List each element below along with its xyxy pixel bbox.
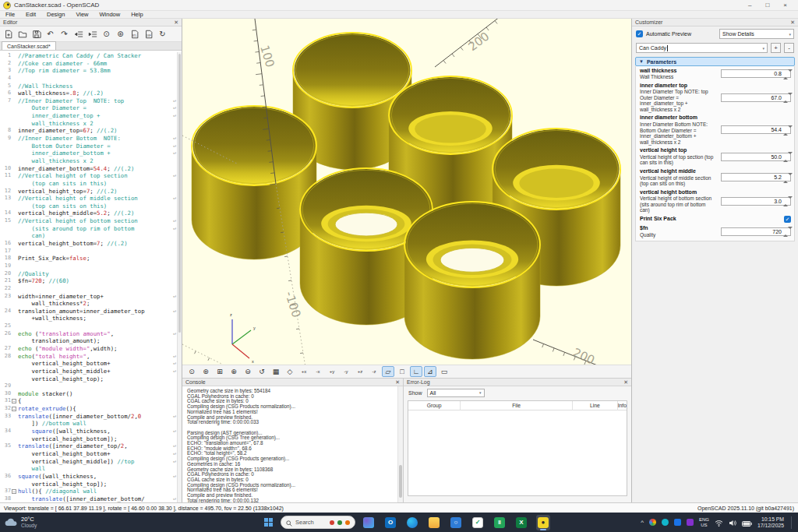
tray-expand-chevron-icon[interactable]: ^: [641, 519, 644, 526]
tray-app-icon[interactable]: [674, 519, 681, 526]
spinner-arrows-icon[interactable]: [783, 174, 789, 182]
customizer-close-icon[interactable]: ✕: [790, 19, 795, 26]
error-log-close-icon[interactable]: ✕: [623, 379, 628, 386]
parameters-group-header[interactable]: ▼ Parameters: [635, 57, 795, 66]
spinner-arrows-icon[interactable]: [783, 71, 789, 79]
fold-marker-icon[interactable]: −: [12, 489, 16, 494]
orthographic-button[interactable]: □: [396, 366, 408, 377]
editor-scrollbar[interactable]: [177, 52, 182, 502]
show-desktop-button[interactable]: [791, 516, 792, 529]
parameter-checkbox[interactable]: [784, 216, 791, 223]
battery-icon[interactable]: [742, 516, 752, 530]
start-button[interactable]: [260, 515, 276, 530]
show-axes-button[interactable]: ∟: [410, 366, 422, 377]
preview-button[interactable]: ⊙: [100, 28, 113, 41]
export-dxf-button[interactable]: DXF: [142, 28, 155, 41]
menu-edit[interactable]: Edit: [20, 11, 41, 19]
fold-marker-icon[interactable]: −: [12, 407, 16, 411]
parameter-spinbox[interactable]: 67.0: [721, 93, 791, 102]
show-edges-button[interactable]: ◇: [284, 366, 296, 377]
spinner-arrows-icon[interactable]: [783, 198, 789, 206]
open-file-button[interactable]: [16, 28, 29, 41]
taskbar-app-excel[interactable]: X: [514, 515, 528, 530]
3d-viewport[interactable]: 100200-100200zyx: [182, 19, 631, 365]
weather-widget[interactable]: 20°C Cloudy: [0, 516, 94, 530]
unindent-button[interactable]: [72, 28, 85, 41]
console-output[interactable]: Geometry cache size in bytes: 554184CGAL…: [182, 386, 397, 502]
view-area-button[interactable]: ▭: [438, 366, 450, 377]
preview-button[interactable]: ⊙: [185, 366, 198, 377]
taskbar-app-copilot[interactable]: [362, 515, 376, 530]
fold-marker-icon[interactable]: −: [12, 399, 16, 403]
preset-input[interactable]: Can Caddy ▾: [636, 43, 768, 53]
spinner-arrows-icon[interactable]: [783, 153, 789, 161]
spinner-arrows-icon[interactable]: [783, 94, 789, 102]
zoom-out-button[interactable]: ⊖: [242, 366, 254, 377]
console-scrollbar[interactable]: [397, 386, 403, 502]
show-scale-markers-button[interactable]: ⊿: [424, 366, 436, 377]
volume-icon[interactable]: [729, 516, 736, 530]
parameter-spinbox[interactable]: 0.8: [721, 69, 791, 78]
view-minus-z-button[interactable]: -z: [368, 366, 380, 377]
view-all-button[interactable]: ▦: [270, 366, 282, 377]
view-minus-x-button[interactable]: -x: [312, 366, 324, 377]
save-file-button[interactable]: [30, 28, 43, 41]
parameter-spinbox[interactable]: 50.0: [721, 153, 791, 161]
undo-button[interactable]: ↶: [44, 28, 57, 41]
column-header-file[interactable]: File: [461, 401, 573, 410]
search-box[interactable]: Search: [281, 516, 355, 529]
tab-canstacker[interactable]: CanStacker.scad*: [2, 41, 56, 50]
render-button[interactable]: ⊛: [200, 366, 212, 377]
taskbar-app-openscad[interactable]: ●: [536, 515, 550, 530]
zoom-in-button[interactable]: ⊕: [228, 366, 240, 377]
parameter-spinbox[interactable]: 54.4: [721, 125, 791, 134]
taskbar-app-photos[interactable]: ○: [449, 515, 463, 530]
redo-button[interactable]: ↷: [58, 28, 71, 41]
tray-app-icon[interactable]: [687, 519, 694, 526]
column-header-line[interactable]: Line: [573, 401, 618, 410]
details-dropdown[interactable]: Show Details ▾: [719, 29, 794, 39]
close-button[interactable]: ×: [783, 0, 787, 11]
spinner-arrows-icon[interactable]: [783, 127, 789, 135]
view-minus-y-button[interactable]: -y: [340, 366, 352, 377]
clock[interactable]: 10:15 PM 17/12/2025: [757, 516, 784, 528]
indent-button[interactable]: [86, 28, 99, 41]
view-plus-z-button[interactable]: +z: [354, 366, 366, 377]
minimize-button[interactable]: –: [748, 0, 751, 11]
menu-design[interactable]: Design: [41, 11, 70, 19]
editor-close-icon[interactable]: ✕: [174, 19, 178, 26]
error-log-filter-select[interactable]: All ▾: [427, 389, 485, 397]
zoom-all-button[interactable]: ⊞: [214, 366, 226, 377]
column-header-info[interactable]: Info: [618, 401, 627, 410]
maximize-button[interactable]: □: [765, 0, 769, 11]
tray-browser-icon[interactable]: [649, 519, 656, 526]
column-header-group[interactable]: Group: [408, 401, 461, 410]
code-editor[interactable]: 1//Parametric Can Caddy / Can Stacker2//…: [0, 52, 177, 502]
reset-view-button[interactable]: ↺: [256, 366, 268, 377]
taskbar-app-notes[interactable]: ✓: [471, 515, 485, 530]
reset-view-button[interactable]: ↻: [156, 28, 169, 41]
automatic-preview-checkbox[interactable]: [636, 30, 643, 37]
parameter-spinbox[interactable]: 5.2: [721, 173, 791, 181]
new-file-button[interactable]: [2, 28, 15, 41]
menu-file[interactable]: File: [0, 11, 20, 19]
tray-app-icon[interactable]: [662, 519, 669, 526]
menu-view[interactable]: View: [70, 11, 94, 19]
parameter-spinbox[interactable]: 720: [721, 227, 791, 236]
render-button[interactable]: ⊛: [114, 28, 127, 41]
menu-help[interactable]: Help: [125, 11, 148, 19]
taskbar-app-file-explorer[interactable]: [427, 515, 441, 530]
language-indicator[interactable]: ENG US: [699, 517, 709, 527]
taskbar-app-outlook[interactable]: O: [383, 515, 397, 530]
taskbar-app-planner[interactable]: ‖: [493, 515, 507, 530]
wifi-icon[interactable]: [715, 516, 723, 530]
preset-add-button[interactable]: +: [771, 43, 781, 53]
perspective-button[interactable]: ▱: [382, 366, 394, 377]
view-plus-x-button[interactable]: +x: [298, 366, 310, 377]
spinner-arrows-icon[interactable]: [783, 228, 789, 236]
console-close-icon[interactable]: ✕: [395, 379, 400, 386]
preset-remove-button[interactable]: -: [784, 43, 794, 53]
export-stl-button[interactable]: STL: [128, 28, 141, 41]
taskbar-app-edge[interactable]: [405, 515, 419, 530]
menu-window[interactable]: Window: [94, 11, 126, 19]
